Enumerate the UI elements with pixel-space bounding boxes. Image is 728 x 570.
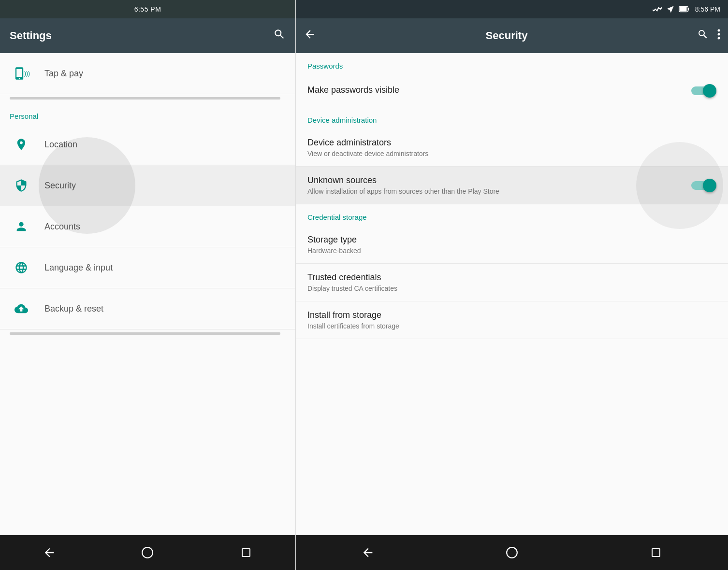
right-status-time: 8:56 PM [695,5,720,13]
left-status-time: 6:55 PM [134,5,161,13]
make-passwords-toggle[interactable] [690,84,716,98]
settings-item-security[interactable]: Security [0,165,295,206]
toggle-thumb-2 [703,179,716,192]
right-recents-button[interactable] [644,541,668,565]
right-panel: 8:56 PM Security [295,0,728,570]
trusted-credentials-text: Trusted credentials Display trusted CA c… [307,272,716,292]
left-status-bar: 6:55 PM [0,0,295,18]
unknown-sources-subtitle: Allow installation of apps from sources … [307,187,690,195]
section-device-admin-label: Device administration [296,107,728,129]
trusted-credentials-title: Trusted credentials [307,272,716,283]
backup-label: Backup & reset [44,304,103,314]
language-label: Language & input [44,263,113,273]
settings-title: Settings [10,29,52,42]
settings-item-location[interactable]: Location [0,124,295,165]
svg-rect-9 [652,549,660,556]
unknown-sources-item[interactable]: Unknown sources Allow installation of ap… [296,167,728,204]
install-from-storage-subtitle: Install certificates from storage [307,322,716,330]
settings-item-accounts[interactable]: Accounts [0,206,295,247]
svg-rect-3 [680,7,687,11]
trusted-credentials-subtitle: Display trusted CA certificates [307,285,716,292]
right-search-icon[interactable] [697,28,709,43]
svg-point-8 [507,547,517,558]
install-from-storage-title: Install from storage [307,310,716,320]
unknown-sources-toggle[interactable] [690,178,716,193]
location-icon [10,133,33,156]
backup-icon [10,297,33,320]
svg-rect-1 [242,549,250,556]
right-home-button[interactable] [500,541,524,565]
bottom-scrollbar[interactable] [10,332,280,335]
right-content: Passwords Make passwords visible Device … [296,53,728,535]
settings-item-backup[interactable]: Backup & reset [0,288,295,329]
svg-rect-4 [688,8,689,11]
make-passwords-visible-item[interactable]: Make passwords visible [296,75,728,107]
left-nav-bar [0,535,295,570]
status-icons: 8:56 PM [653,5,720,14]
section-credential-storage-label: Credential storage [296,204,728,226]
device-administrators-title: Device administrators [307,138,716,148]
make-passwords-visible-title: Make passwords visible [307,85,690,95]
security-label: Security [44,181,76,191]
svg-point-5 [718,29,720,32]
make-passwords-visible-text: Make passwords visible [307,85,690,97]
storage-type-item[interactable]: Storage type Hardware-backed [296,226,728,264]
security-icon [10,174,33,197]
left-toolbar: Settings [0,18,295,53]
trusted-credentials-item[interactable]: Trusted credentials Display trusted CA c… [296,264,728,301]
unknown-sources-text: Unknown sources Allow installation of ap… [307,175,690,195]
right-back-button-nav[interactable] [356,541,380,565]
left-back-button[interactable] [37,541,61,565]
storage-type-text: Storage type Hardware-backed [307,235,716,255]
settings-item-tap-pay[interactable]: ))) Tap & pay [0,53,295,94]
install-from-storage-item[interactable]: Install from storage Install certificate… [296,301,728,339]
security-title: Security [322,29,691,42]
left-recents-button[interactable] [234,541,258,565]
device-administrators-item[interactable]: Device administrators View or deactivate… [296,129,728,167]
toggle-thumb [703,84,716,98]
install-from-storage-text: Install from storage Install certificate… [307,310,716,330]
section-passwords-label: Passwords [296,53,728,75]
tap-pay-label: Tap & pay [44,69,83,79]
device-administrators-subtitle: View or deactivate device administrators [307,150,716,157]
left-home-button[interactable] [135,541,160,565]
svg-point-0 [143,547,153,558]
tap-pay-icon: ))) [10,62,33,85]
accounts-icon [10,215,33,238]
svg-point-6 [718,33,720,36]
right-nav-bar [296,535,728,570]
section-personal-header: Personal [0,102,295,124]
storage-type-title: Storage type [307,235,716,245]
right-toolbar: Security [296,18,728,53]
unknown-sources-title: Unknown sources [307,175,690,185]
device-administrators-text: Device administrators View or deactivate… [307,138,716,157]
settings-item-language[interactable]: Language & input [0,247,295,288]
right-back-button[interactable] [304,28,316,43]
left-panel: 6:55 PM Settings ))) Tap & pay Persona [0,0,295,570]
scrollbar[interactable] [10,97,280,100]
storage-type-subtitle: Hardware-backed [307,247,716,255]
right-status-bar: 8:56 PM [296,0,728,18]
right-toolbar-icons [697,28,720,43]
accounts-label: Accounts [44,222,80,232]
svg-point-7 [718,37,720,40]
settings-search-icon[interactable] [273,28,286,43]
left-content: ))) Tap & pay Personal Location [0,53,295,535]
location-label: Location [44,140,77,150]
language-icon [10,256,33,279]
right-more-icon[interactable] [717,28,720,43]
